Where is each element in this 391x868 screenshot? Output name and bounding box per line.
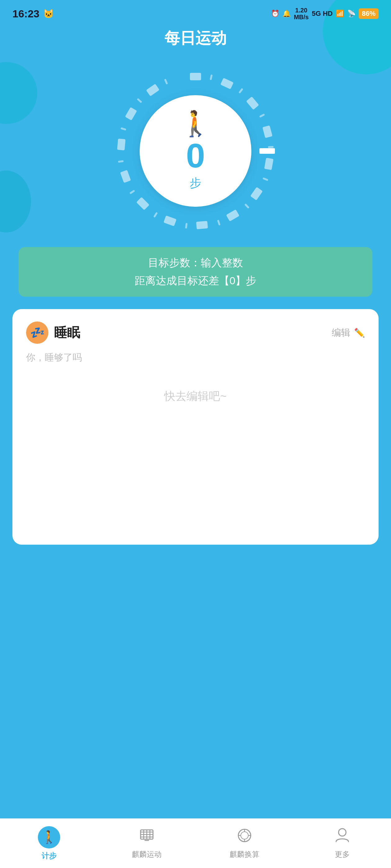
nav-label-convert: 麒麟换算: [230, 849, 259, 859]
goal-box[interactable]: 目标步数：输入整数 距离达成目标还差【0】步: [19, 247, 372, 297]
battery-level: 86: [362, 10, 369, 18]
sleep-icon: 💤: [26, 321, 48, 344]
status-right: ⏰ 🔔 1.20 MB/s 5G HD 📶 📡 86%: [271, 7, 379, 21]
edit-icon: ✏️: [354, 328, 365, 338]
battery-indicator: 86%: [359, 8, 379, 19]
nav-icon-convert: [236, 827, 253, 847]
nav-label-more: 更多: [335, 849, 350, 859]
goal-line2: 距离达成目标还差【0】步: [31, 274, 360, 288]
sleep-card: 💤 睡眠 编辑 ✏️ 你，睡够了吗 快去编辑吧~: [12, 309, 379, 545]
network-type: 5G HD: [312, 10, 333, 18]
step-unit: 步: [190, 175, 201, 191]
nav-item-sport[interactable]: 麒麟运动: [98, 827, 196, 859]
alarm2-icon: 🔔: [282, 10, 291, 18]
nav-label-sport: 麒麟运动: [132, 849, 162, 859]
nav-item-steps[interactable]: 🚶 计步: [0, 826, 98, 861]
goal-line2-prefix: 距离达成目标还差【: [135, 275, 230, 286]
status-time: 16:23: [12, 8, 39, 20]
sleep-empty-text: 快去编辑吧~: [26, 389, 365, 404]
status-emoji: 🐱: [43, 9, 54, 19]
svg-point-14: [339, 829, 346, 836]
nav-label-steps: 计步: [41, 851, 56, 861]
nav-item-more[interactable]: 更多: [293, 827, 391, 859]
signal-icon: 📶: [336, 10, 344, 18]
speed-value: 1.20: [294, 7, 309, 13]
bottom-nav: 🚶 计步 麒麟运动: [0, 818, 391, 868]
wifi-icon: 📡: [347, 10, 356, 18]
sleep-title-row: 💤 睡眠: [26, 321, 80, 344]
nav-icon-sport: [139, 827, 155, 847]
edit-button[interactable]: 编辑 ✏️: [332, 327, 365, 339]
sleep-title: 睡眠: [54, 324, 80, 341]
status-bar: 16:23 🐱 ⏰ 🔔 1.20 MB/s 5G HD 📶 📡 86%: [0, 0, 391, 22]
goal-line1: 目标步数：输入整数: [31, 256, 360, 270]
edit-label: 编辑: [332, 327, 351, 339]
step-counter-section: 🚶 0 步: [0, 61, 391, 241]
sleep-card-header: 💤 睡眠 编辑 ✏️: [26, 321, 365, 344]
network-speed: 1.20 MB/s: [294, 7, 309, 21]
step-count: 0: [186, 138, 205, 173]
speed-unit: MB/s: [294, 13, 309, 21]
steps-icon: 🚶: [41, 830, 57, 844]
nav-icon-steps-active: 🚶: [38, 826, 60, 848]
goal-remaining-value: 0: [230, 275, 235, 286]
progress-indicator: [259, 148, 275, 154]
sleep-emoji: 💤: [30, 326, 45, 339]
ring-wrapper: 🚶 0 步: [112, 67, 279, 235]
goal-line2-suffix: 】步: [235, 275, 256, 286]
sleep-subtitle: 你，睡够了吗: [26, 351, 365, 364]
nav-item-convert[interactable]: 麒麟换算: [196, 827, 293, 859]
svg-point-9: [241, 832, 248, 839]
page-title: 每日运动: [0, 28, 391, 49]
nav-icon-more: [334, 827, 351, 847]
status-left: 16:23 🐱: [12, 8, 54, 20]
step-display-circle: 🚶 0 步: [140, 95, 251, 207]
walk-icon: 🚶: [180, 111, 211, 136]
alarm-icon: ⏰: [271, 10, 279, 18]
